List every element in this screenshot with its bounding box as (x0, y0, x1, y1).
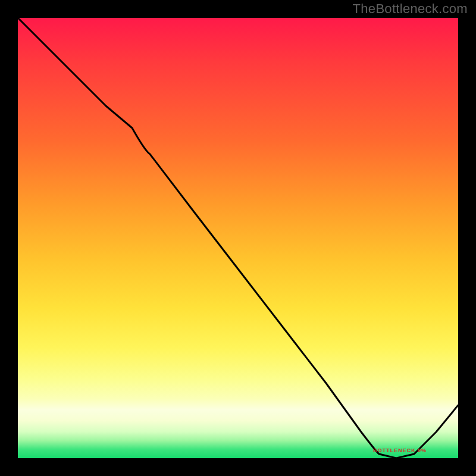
source-watermark: TheBottleneck.com (353, 1, 468, 17)
chart-container: TheBottleneck.com BOTTLENECK 0% (0, 0, 476, 476)
bottleneck-curve (18, 18, 458, 458)
optimal-zone-label: BOTTLENECK 0% (373, 447, 427, 453)
plot-area: BOTTLENECK 0% (18, 18, 458, 458)
